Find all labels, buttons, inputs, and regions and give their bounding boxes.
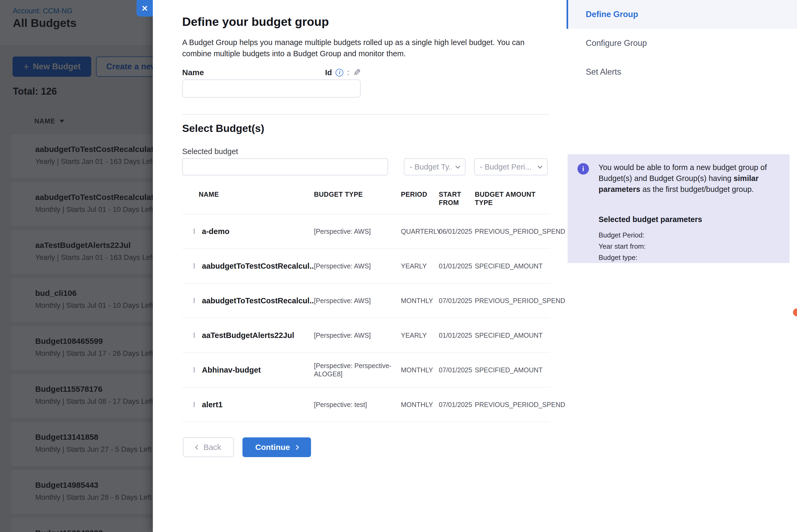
name-label: Name	[182, 68, 204, 77]
drawer-title: Define your budget group	[182, 15, 329, 29]
table-row[interactable]: aabudgetToTestCostRecalcul... [Perspecti…	[182, 284, 550, 318]
section-divider	[182, 114, 550, 115]
chevron-down-icon	[537, 164, 542, 168]
close-icon: ✕	[141, 4, 148, 13]
info-text: You would be able to form a new budget g…	[598, 162, 775, 195]
budget-group-wizard-screen: Account: CCM-NG All Budgets + New Budget…	[0, 0, 797, 532]
row-checkbox[interactable]	[193, 367, 195, 373]
chevron-down-icon	[455, 164, 460, 168]
chevron-left-icon	[195, 445, 200, 450]
info-icon: i	[577, 163, 589, 175]
table-row[interactable]: alert1 [Perspective: test] MONTHLY 07/01…	[182, 387, 550, 422]
row-checkbox[interactable]	[193, 298, 195, 303]
budget-group-drawer: ✕ Define your budget group A Budget Grou…	[153, 0, 797, 532]
id-info-icon[interactable]: i	[336, 69, 343, 76]
all-budgets-page: Account: CCM-NG All Budgets + New Budget…	[0, 0, 153, 532]
step-define-group[interactable]: Define Group	[567, 0, 797, 29]
budget-type-select[interactable]: - Budget Ty...	[404, 158, 465, 175]
table-row[interactable]: aabudgetToTestCostRecalcul... [Perspecti…	[182, 249, 550, 284]
id-colon: :	[347, 68, 349, 77]
close-button[interactable]: ✕	[136, 0, 153, 17]
row-checkbox[interactable]	[193, 228, 195, 234]
param-year-start: Year start from:	[598, 242, 646, 250]
param-budget-type: Budget type:	[598, 253, 637, 262]
selected-budget-parameters-heading: Selected budget parameters	[598, 215, 702, 224]
budget-period-select[interactable]: - Budget Peri...	[474, 158, 548, 175]
table-row[interactable]: a-demo [Perspective: AWS] QUARTERLY 06/0…	[182, 214, 550, 249]
table-header-row: NAME BUDGET TYPE PERIOD START FROM BUDGE…	[182, 187, 550, 214]
col-header-start: START FROM	[439, 190, 475, 207]
col-header-name: NAME	[199, 190, 314, 198]
select-budgets-heading: Select Budget(s)	[182, 122, 264, 134]
edit-id-pencil-icon[interactable]: ✎	[353, 67, 361, 78]
table-row[interactable]: aaTestBudgetAlerts22Jul [Perspective: AW…	[182, 318, 550, 353]
col-header-period: PERIOD	[401, 190, 439, 198]
name-id-row: Name Id i : ✎	[182, 67, 360, 78]
col-header-amount: BUDGET AMOUNT TYPE	[475, 190, 550, 207]
drawer-description: A Budget Group helps you manage multiple…	[182, 37, 543, 59]
step-set-alerts[interactable]: Set Alerts	[567, 58, 797, 87]
param-budget-period: Budget Period:	[598, 231, 645, 239]
row-checkbox[interactable]	[193, 402, 195, 407]
step-configure-group[interactable]: Configure Group	[567, 29, 797, 58]
wizard-rail: Define Group Configure Group Set Alerts …	[567, 0, 797, 532]
group-name-input[interactable]	[182, 79, 360, 98]
id-label: Id	[325, 68, 332, 77]
back-button[interactable]: Back	[183, 437, 234, 457]
row-checkbox[interactable]	[193, 263, 195, 269]
chevron-right-icon	[294, 445, 299, 450]
table-row[interactable]: Abhinav-budget [Perspective: Perspective…	[182, 353, 550, 387]
selected-budget-label: Selected budget	[182, 147, 238, 156]
budget-table: NAME BUDGET TYPE PERIOD START FROM BUDGE…	[182, 187, 550, 422]
col-header-type: BUDGET TYPE	[314, 190, 401, 198]
budget-search-input[interactable]	[182, 158, 388, 175]
modal-scrim[interactable]	[0, 0, 153, 532]
continue-button[interactable]: Continue	[242, 437, 311, 457]
row-checkbox[interactable]	[193, 332, 195, 338]
info-panel: i You would be able to form a new budget…	[568, 154, 790, 263]
